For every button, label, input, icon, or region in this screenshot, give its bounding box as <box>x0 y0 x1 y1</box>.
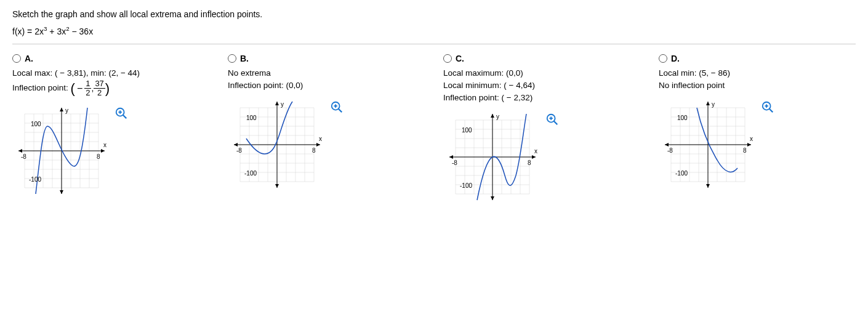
option-D: D. Local min: (5, − 86) No inflection po… <box>659 54 856 209</box>
graph-D-wrap: 100 -100 -8 8 y x <box>659 95 757 194</box>
graph-C-wrap: 100 -100 -8 8 y x <box>443 108 542 206</box>
option-D-text: Local min: (5, − 86) No inflection point <box>659 67 856 92</box>
axis-Dylabel: y <box>712 101 715 108</box>
axis-Aylabel: y <box>65 107 68 114</box>
axis-Cpos-x: 8 <box>528 159 531 166</box>
zoom-icon[interactable] <box>115 107 128 120</box>
svg-marker-23 <box>60 108 63 111</box>
svg-marker-109 <box>665 143 669 147</box>
axis-Dpos-x: 8 <box>743 147 747 154</box>
svg-marker-24 <box>60 190 63 194</box>
axis-Bpos-y: 100 <box>246 115 257 121</box>
svg-marker-51 <box>234 143 238 147</box>
svg-marker-21 <box>101 149 105 153</box>
option-C-text: Local maximum: (0,0) Local minimum: ( − … <box>443 67 640 105</box>
graph-C: 100 -100 -8 8 y x <box>443 108 542 206</box>
axis-Bneg-y: -100 <box>244 170 257 177</box>
option-D-line1: Local min: (5, − 86) <box>659 67 856 79</box>
option-D-line2: No inflection point <box>659 79 856 92</box>
axis-Dpos-y: 100 <box>677 115 688 121</box>
radio-A[interactable] <box>12 54 21 63</box>
svg-line-55 <box>339 109 342 113</box>
svg-marker-53 <box>275 184 279 188</box>
frac-den1: 2 <box>84 89 91 97</box>
question-prompt: Sketch the graph and show all local extr… <box>12 9 856 19</box>
axis-Apos-x: 8 <box>97 153 100 160</box>
zoom-icon[interactable] <box>330 100 344 114</box>
axis-Cxlabel: x <box>534 148 537 155</box>
option-B: B. No extrema Inflection point: (0,0) <box>228 54 425 209</box>
axis-Axlabel: x <box>103 142 106 148</box>
radio-D[interactable] <box>659 54 667 63</box>
svg-marker-81 <box>491 114 494 118</box>
graph-B-wrap: 100 -100 -8 8 y x <box>228 95 326 194</box>
option-C-line2: Local minimum: ( − 4,64) <box>443 79 640 92</box>
axis-Bxlabel: x <box>319 135 322 142</box>
option-C-line3: Inflection point: ( − 2,32) <box>443 92 640 104</box>
axis-Cpos-y: 100 <box>462 127 472 134</box>
graph-A: 100 -100 -8 8 y x <box>12 102 111 200</box>
radio-C[interactable] <box>443 54 452 63</box>
option-B-line1: No extrema <box>228 67 425 79</box>
option-C-letter: C. <box>456 54 464 63</box>
svg-marker-22 <box>18 149 22 153</box>
option-A-infl-label: Inflection point: <box>12 83 68 92</box>
option-C: C. Local maximum: (0,0) Local minimum: (… <box>443 54 640 209</box>
svg-marker-80 <box>449 155 453 159</box>
frac-num2: 37 <box>94 79 105 89</box>
frac-den2: 2 <box>94 89 105 97</box>
option-A-line2: Inflection point: (−12,372) <box>12 79 209 98</box>
svg-marker-79 <box>532 155 536 159</box>
zoom-icon[interactable] <box>545 113 559 126</box>
axis-Apos-y: 100 <box>31 121 41 127</box>
graph-B: 100 -100 -8 8 y x <box>228 95 326 194</box>
graph-D: 100 -100 -8 8 y x <box>659 95 757 194</box>
options-row: A. Local max: ( − 3,81), min: (2, − 44) … <box>12 54 856 209</box>
option-B-line2: Inflection point: (0,0) <box>228 79 425 92</box>
graph-A-wrap: 100 -100 -8 8 y x <box>12 102 111 200</box>
axis-Bneg-x: -8 <box>236 147 242 154</box>
svg-marker-111 <box>706 184 710 188</box>
option-B-text: No extrema Inflection point: (0,0) <box>228 67 425 92</box>
axis-Bylabel: y <box>281 101 284 108</box>
svg-line-113 <box>770 109 773 113</box>
axis-Aneg-x: -8 <box>21 153 26 160</box>
svg-line-26 <box>123 115 127 118</box>
option-A-text: Local max: ( − 3,81), min: (2, − 44) Inf… <box>12 67 209 98</box>
axis-Dneg-y: -100 <box>675 170 688 177</box>
axis-Cneg-y: -100 <box>460 182 472 189</box>
option-C-line1: Local maximum: (0,0) <box>443 67 640 79</box>
svg-marker-82 <box>491 196 494 200</box>
axis-Cylabel: y <box>496 113 499 120</box>
frac-num1: 1 <box>84 79 91 89</box>
option-A: A. Local max: ( − 3,81), min: (2, − 44) … <box>12 54 209 209</box>
function-formula: f(x) = 2x3 + 3x2 − 36x <box>12 25 856 44</box>
axis-Aneg-y: -100 <box>29 176 41 183</box>
option-B-letter: B. <box>240 54 249 63</box>
option-D-letter: D. <box>671 54 680 63</box>
axis-Bpos-x: 8 <box>312 147 316 154</box>
option-A-line1: Local max: ( − 3,81), min: (2, − 44) <box>12 67 209 79</box>
axis-Cneg-x: -8 <box>452 159 457 166</box>
zoom-icon[interactable] <box>761 100 774 114</box>
radio-B[interactable] <box>228 54 236 63</box>
svg-line-84 <box>554 121 558 125</box>
svg-marker-110 <box>706 102 710 105</box>
svg-marker-108 <box>747 143 751 147</box>
option-A-letter: A. <box>25 54 33 63</box>
svg-marker-50 <box>316 143 320 147</box>
axis-Dneg-x: -8 <box>667 147 673 154</box>
axis-Dxlabel: x <box>750 135 753 142</box>
svg-marker-52 <box>275 102 279 105</box>
